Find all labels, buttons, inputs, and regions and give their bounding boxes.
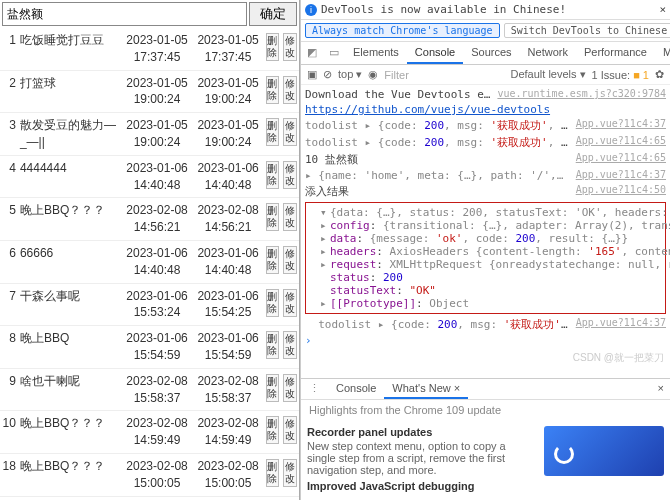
edit-button[interactable]: 修改 [283,331,297,359]
devtools-link[interactable]: https://github.com/vuejs/vue-devtools [305,103,550,116]
row-index: 3 [0,113,18,156]
row-date1: 2023-01-0517:37:45 [122,28,193,70]
tab-memory[interactable]: Memory [655,42,670,64]
delete-button[interactable]: 删除 [266,459,280,487]
row-index: 2 [0,70,18,113]
row-date1: 2023-02-0816:08:51 [122,496,193,500]
row-date1: 2023-02-0814:59:49 [122,411,193,454]
edit-button[interactable]: 修改 [283,374,297,402]
row-index: 19 [0,496,18,500]
row-title: 4444444 [18,155,122,198]
inspect-icon[interactable]: ◩ [301,42,323,64]
table-row: 18晚上BBQ？？？2023-02-0815:00:052023-02-0815… [0,453,299,496]
row-date2: 2023-01-0517:37:45 [193,28,264,70]
row-index: 7 [0,283,18,326]
row-date2: 2023-01-0614:40:48 [193,240,264,283]
drawer-tab-console[interactable]: Console [328,379,384,399]
eye-icon[interactable]: ◉ [368,68,378,81]
drawer-close-icon[interactable]: × [652,379,670,399]
row-title: 晚上BBQ [18,326,122,369]
device-icon[interactable]: ▭ [323,42,345,64]
row-date2: 2023-02-0815:58:37 [193,368,264,411]
row-date2: 2023-02-0815:00:05 [193,453,264,496]
log-line: ▸ {name: 'home', meta: {…}, path: '/', h… [305,168,666,183]
drawer-tabs: ⋮ Console What's New × × [301,379,670,400]
delete-button[interactable]: 删除 [266,161,280,189]
delete-button[interactable]: 删除 [266,289,280,317]
devtools-info-bar: i DevTools is now available in Chinese! … [301,0,670,20]
close-icon[interactable]: × [659,3,666,16]
edit-button[interactable]: 修改 [283,416,297,444]
row-index: 10 [0,411,18,454]
row-date2: 2023-01-0519:00:24 [193,113,264,156]
table-row: 8晚上BBQ2023-01-0615:54:592023-01-0615:54:… [0,326,299,369]
sidebar-icon[interactable]: ▣ [307,68,317,81]
row-date1: 2023-01-0615:54:59 [122,326,193,369]
row-title: 晚上BBQ？？？ [18,198,122,241]
edit-button[interactable]: 修改 [283,289,297,317]
prompt-line[interactable]: › [305,333,666,348]
table-row: 3散发受豆的魅力—_—||2023-01-0519:00:242023-01-0… [0,113,299,156]
confirm-button[interactable]: 确定 [249,2,297,26]
delete-button[interactable]: 删除 [266,76,280,104]
row-title: 565665 [18,496,122,500]
row-title: 吃饭睡觉打豆豆 [18,28,122,70]
table-row: 1吃饭睡觉打豆豆2023-01-0517:37:452023-01-0517:3… [0,28,299,70]
edit-button[interactable]: 修改 [283,118,297,146]
row-date2: 2023-01-0615:54:59 [193,326,264,369]
edit-button[interactable]: 修改 [283,76,297,104]
row-index: 1 [0,28,18,70]
delete-button[interactable]: 删除 [266,416,280,444]
row-title: 晚上BBQ？？？ [18,453,122,496]
lang-switch-button[interactable]: Switch DevTools to Chinese [504,23,670,38]
search-bar: 确定 [0,0,299,28]
gear-icon[interactable]: ✿ [655,68,664,81]
delete-button[interactable]: 删除 [266,118,280,146]
edit-button[interactable]: 修改 [283,203,297,231]
drawer-tab-whatsnew[interactable]: What's New × [384,379,468,399]
row-date2: 2023-02-0816:08:51 [193,496,264,500]
whatsnew-body: Recorder panel updates New step context … [301,420,670,500]
tab-sources[interactable]: Sources [463,42,519,64]
whatsnew-image [544,426,664,476]
row-title: 晚上BBQ？？？ [18,411,122,454]
row-date1: 2023-01-0519:00:24 [122,113,193,156]
tab-performance[interactable]: Performance [576,42,655,64]
table-row: 9啥也干喇呢2023-02-0815:58:372023-02-0815:58:… [0,368,299,411]
row-index: 18 [0,453,18,496]
info-text: DevTools is now available in Chinese! [321,3,566,16]
row-date1: 2023-01-0519:00:24 [122,70,193,113]
delete-button[interactable]: 删除 [266,374,280,402]
tab-elements[interactable]: Elements [345,42,407,64]
info-icon: i [305,4,317,16]
delete-button[interactable]: 删除 [266,331,280,359]
log-line: 添入结果App.vue?11c4:50 [305,183,666,200]
search-input[interactable] [2,2,247,26]
row-title: 66666 [18,240,122,283]
lang-match-button[interactable]: Always match Chrome's language [305,23,500,38]
tab-network[interactable]: Network [520,42,576,64]
clear-icon[interactable]: ⊘ [323,68,332,81]
edit-button[interactable]: 修改 [283,161,297,189]
row-date2: 2023-02-0814:56:21 [193,198,264,241]
delete-button[interactable]: 删除 [266,33,280,61]
edit-button[interactable]: 修改 [283,459,297,487]
tab-console[interactable]: Console [407,42,463,64]
table-row: 195656652023-02-0816:08:512023-02-0816:0… [0,496,299,500]
row-index: 5 [0,198,18,241]
expanded-object[interactable]: ▾{data: {…}, status: 200, statusText: 'O… [305,202,666,314]
levels-select[interactable]: Default levels ▾ [511,68,586,81]
delete-button[interactable]: 删除 [266,246,280,274]
devtools-tabs: ◩ ▭ Elements Console Sources Network Per… [301,42,670,65]
context-select[interactable]: top ▾ [338,68,362,81]
row-title: 散发受豆的魅力—_—|| [18,113,122,156]
issues-badge[interactable]: 1 Issue: ■ 1 [592,69,649,81]
log-line: https://github.com/vuejs/vue-devtools [305,102,666,117]
row-date1: 2023-01-0615:53:24 [122,283,193,326]
table-row: 5晚上BBQ？？？2023-02-0814:56:212023-02-0814:… [0,198,299,241]
edit-button[interactable]: 修改 [283,33,297,61]
drawer-menu-icon[interactable]: ⋮ [301,379,328,399]
delete-button[interactable]: 删除 [266,203,280,231]
filter-input[interactable]: Filter [384,69,408,81]
edit-button[interactable]: 修改 [283,246,297,274]
